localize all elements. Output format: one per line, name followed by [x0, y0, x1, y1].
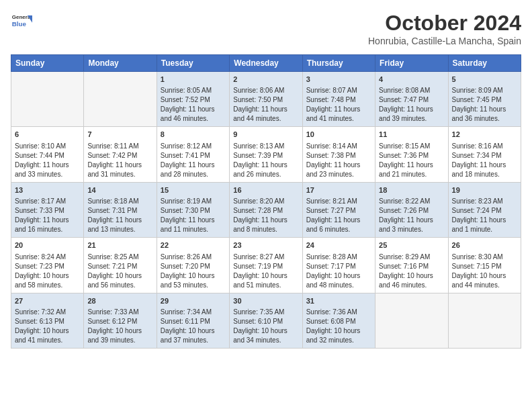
- day-info: Daylight: 11 hours and 21 minutes.: [379, 161, 444, 179]
- day-info: Sunrise: 8:25 AM: [87, 253, 152, 262]
- day-info: Daylight: 11 hours and 11 minutes.: [161, 216, 226, 234]
- page-header: General Blue General Blue October 2024 H…: [11, 11, 521, 46]
- day-number: 7: [87, 130, 152, 140]
- day-info: Daylight: 10 hours and 46 minutes.: [379, 271, 444, 290]
- calendar-cell: 6Sunrise: 8:10 AMSunset: 7:44 PMDaylight…: [11, 127, 84, 182]
- day-info: Sunrise: 8:30 AM: [452, 253, 517, 262]
- day-number: 30: [233, 296, 298, 306]
- day-info: Sunset: 7:36 PM: [379, 151, 444, 161]
- calendar-cell: [84, 72, 157, 127]
- day-info: Daylight: 11 hours and 46 minutes.: [161, 105, 226, 124]
- day-number: 14: [87, 185, 152, 195]
- day-info: Sunset: 7:44 PM: [15, 151, 80, 161]
- day-info: Daylight: 10 hours and 34 minutes.: [233, 326, 298, 345]
- day-info: Sunrise: 8:13 AM: [233, 142, 298, 151]
- logo: General Blue General Blue: [11, 11, 32, 32]
- day-info: Daylight: 11 hours and 23 minutes.: [306, 161, 371, 179]
- day-number: 31: [306, 296, 371, 306]
- day-info: Daylight: 11 hours and 6 minutes.: [306, 216, 371, 234]
- calendar-cell: 27Sunrise: 7:32 AMSunset: 6:13 PMDayligh…: [11, 293, 84, 348]
- day-info: Daylight: 10 hours and 58 minutes.: [15, 271, 80, 290]
- day-info: Sunset: 7:31 PM: [87, 206, 152, 216]
- day-info: Daylight: 11 hours and 16 minutes.: [15, 216, 80, 234]
- calendar-body: 1Sunrise: 8:05 AMSunset: 7:52 PMDaylight…: [11, 72, 521, 349]
- day-info: Daylight: 11 hours and 28 minutes.: [161, 161, 226, 179]
- day-number: 12: [452, 130, 517, 140]
- day-info: Sunset: 7:52 PM: [161, 95, 226, 105]
- calendar-cell: 25Sunrise: 8:29 AMSunset: 7:16 PMDayligh…: [375, 238, 448, 293]
- week-row-1: 1Sunrise: 8:05 AMSunset: 7:52 PMDaylight…: [11, 72, 521, 127]
- svg-text:Blue: Blue: [12, 20, 27, 28]
- calendar-cell: 20Sunrise: 8:24 AMSunset: 7:23 PMDayligh…: [11, 238, 84, 293]
- calendar-cell: 18Sunrise: 8:22 AMSunset: 7:26 PMDayligh…: [375, 182, 448, 237]
- calendar-cell: 15Sunrise: 8:19 AMSunset: 7:30 PMDayligh…: [157, 182, 229, 237]
- calendar-cell: 1Sunrise: 8:05 AMSunset: 7:52 PMDaylight…: [157, 72, 229, 127]
- week-row-3: 13Sunrise: 8:17 AMSunset: 7:33 PMDayligh…: [11, 182, 521, 237]
- day-info: Sunrise: 7:33 AM: [87, 308, 152, 317]
- day-number: 10: [306, 130, 371, 140]
- calendar-cell: 23Sunrise: 8:27 AMSunset: 7:19 PMDayligh…: [230, 238, 302, 293]
- calendar-cell: 26Sunrise: 8:30 AMSunset: 7:15 PMDayligh…: [448, 238, 521, 293]
- day-info: Sunset: 7:27 PM: [306, 206, 371, 216]
- day-number: 29: [161, 296, 226, 306]
- day-info: Daylight: 10 hours and 51 minutes.: [233, 271, 298, 290]
- week-row-2: 6Sunrise: 8:10 AMSunset: 7:44 PMDaylight…: [11, 127, 521, 182]
- day-info: Sunset: 7:34 PM: [452, 151, 517, 161]
- calendar-cell: 11Sunrise: 8:15 AMSunset: 7:36 PMDayligh…: [375, 127, 448, 182]
- day-info: Sunset: 6:13 PM: [15, 317, 80, 326]
- day-info: Sunrise: 8:11 AM: [87, 142, 152, 151]
- day-info: Sunset: 7:20 PM: [161, 262, 226, 271]
- calendar-cell: 19Sunrise: 8:23 AMSunset: 7:24 PMDayligh…: [448, 182, 521, 237]
- day-number: 13: [15, 185, 80, 195]
- day-info: Daylight: 11 hours and 33 minutes.: [15, 161, 80, 179]
- calendar-cell: 12Sunrise: 8:16 AMSunset: 7:34 PMDayligh…: [448, 127, 521, 182]
- day-number: 23: [233, 240, 298, 250]
- weekday-sunday: Sunday: [11, 55, 84, 72]
- day-info: Daylight: 10 hours and 32 minutes.: [306, 326, 371, 345]
- day-number: 17: [306, 185, 371, 195]
- day-info: Sunrise: 8:28 AM: [306, 253, 371, 262]
- calendar-cell: 17Sunrise: 8:21 AMSunset: 7:27 PMDayligh…: [302, 182, 375, 237]
- day-info: Sunrise: 8:24 AM: [15, 253, 80, 262]
- day-info: Daylight: 10 hours and 41 minutes.: [15, 326, 80, 345]
- day-info: Sunset: 7:39 PM: [233, 151, 298, 161]
- day-info: Sunrise: 8:20 AM: [233, 197, 298, 206]
- day-info: Daylight: 10 hours and 39 minutes.: [87, 326, 152, 345]
- day-number: 19: [452, 185, 517, 195]
- day-info: Sunset: 7:21 PM: [87, 262, 152, 271]
- day-info: Sunset: 6:12 PM: [87, 317, 152, 326]
- day-number: 18: [379, 185, 444, 195]
- day-info: Sunset: 7:17 PM: [306, 262, 371, 271]
- day-info: Daylight: 11 hours and 13 minutes.: [87, 216, 152, 234]
- day-info: Sunrise: 7:32 AM: [15, 308, 80, 317]
- weekday-tuesday: Tuesday: [157, 55, 229, 72]
- day-number: 22: [161, 240, 226, 250]
- day-info: Daylight: 11 hours and 41 minutes.: [306, 105, 371, 124]
- calendar-table: SundayMondayTuesdayWednesdayThursdayFrid…: [11, 54, 521, 349]
- day-info: Sunset: 7:41 PM: [161, 151, 226, 161]
- day-info: Daylight: 11 hours and 8 minutes.: [233, 216, 298, 234]
- day-info: Daylight: 11 hours and 39 minutes.: [379, 105, 444, 124]
- calendar-cell: [11, 72, 84, 127]
- day-number: 6: [15, 130, 80, 140]
- calendar-cell: 10Sunrise: 8:14 AMSunset: 7:38 PMDayligh…: [302, 127, 375, 182]
- weekday-monday: Monday: [84, 55, 157, 72]
- day-info: Daylight: 10 hours and 44 minutes.: [452, 271, 517, 290]
- day-info: Sunrise: 8:27 AM: [233, 253, 298, 262]
- day-number: 2: [233, 75, 298, 85]
- day-info: Sunset: 7:47 PM: [379, 95, 444, 105]
- day-info: Sunset: 7:38 PM: [306, 151, 371, 161]
- day-number: 20: [15, 240, 80, 250]
- day-info: Sunset: 7:16 PM: [379, 262, 444, 271]
- week-row-5: 27Sunrise: 7:32 AMSunset: 6:13 PMDayligh…: [11, 293, 521, 348]
- day-info: Sunset: 7:15 PM: [452, 262, 517, 271]
- weekday-thursday: Thursday: [302, 55, 375, 72]
- day-info: Sunrise: 8:23 AM: [452, 197, 517, 206]
- calendar-cell: 2Sunrise: 8:06 AMSunset: 7:50 PMDaylight…: [230, 72, 302, 127]
- day-info: Sunrise: 8:06 AM: [233, 86, 298, 95]
- day-number: 26: [452, 240, 517, 250]
- day-info: Sunrise: 8:29 AM: [379, 253, 444, 262]
- day-number: 3: [306, 75, 371, 85]
- calendar-cell: 3Sunrise: 8:07 AMSunset: 7:48 PMDaylight…: [302, 72, 375, 127]
- calendar-cell: 31Sunrise: 7:36 AMSunset: 6:08 PMDayligh…: [302, 293, 375, 348]
